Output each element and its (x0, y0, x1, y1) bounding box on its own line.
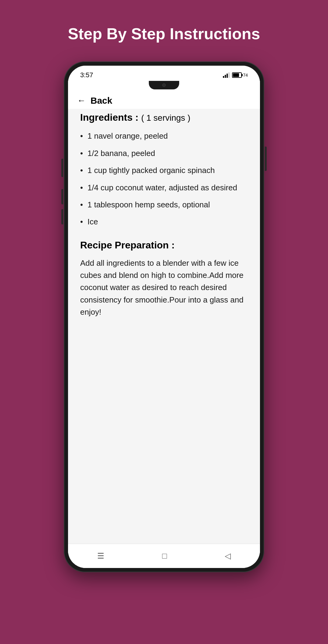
back-button[interactable]: Back (91, 95, 112, 106)
front-camera (162, 83, 166, 87)
status-icons: 74 (223, 72, 248, 78)
volume-up-button (61, 189, 63, 204)
battery-indicator: 74 (232, 72, 248, 78)
recipe-heading: Recipe Preparation : (80, 240, 248, 251)
ingredient-item: 1 navel orange, peeled (80, 130, 248, 141)
ingredients-list: 1 navel orange, peeled 1/2 banana, peele… (80, 130, 248, 227)
battery-fill (233, 73, 239, 77)
status-time: 3:57 (80, 71, 93, 79)
menu-nav-icon[interactable]: ☰ (97, 551, 104, 561)
recipe-text: Add all ingredients to a blender with a … (80, 257, 248, 318)
page-title: Step By Step Instructions (68, 24, 260, 43)
ingredient-item: 1 tablespoon hemp seeds, optional (80, 199, 248, 210)
battery-percentage: 74 (243, 73, 248, 78)
volume-down-button (61, 209, 63, 224)
ingredients-section: Ingredients : ( 1 servings ) 1 navel ora… (80, 112, 248, 227)
ingredients-heading: Ingredients : ( 1 servings ) (80, 112, 248, 123)
scroll-content[interactable]: Ingredients : ( 1 servings ) 1 navel ora… (68, 109, 260, 544)
back-arrow-icon[interactable]: ← (77, 96, 86, 106)
app-content: ← Back Ingredients : ( 1 servings ) 1 na… (68, 89, 260, 568)
status-bar: 3:57 74 (68, 66, 260, 82)
ingredient-item: 1/2 banana, peeled (80, 148, 248, 159)
ingredient-item: 1 cup tightly packed organic spinach (80, 165, 248, 176)
battery-icon (232, 72, 242, 78)
phone-screen: 3:57 74 (68, 66, 260, 568)
ingredient-item: 1/4 cup coconut water, adjusted as desir… (80, 182, 248, 193)
notch (149, 81, 179, 89)
servings-label: ( 1 servings ) (141, 113, 190, 123)
home-nav-icon[interactable]: □ (162, 551, 167, 561)
bottom-nav: ☰ □ ◁ (68, 544, 260, 568)
back-nav-icon[interactable]: ◁ (225, 551, 231, 561)
recipe-section: Recipe Preparation : Add all ingredients… (80, 240, 248, 318)
phone-frame: 3:57 74 (64, 61, 264, 572)
ingredient-item: Ice (80, 216, 248, 227)
signal-icon (223, 72, 230, 78)
notch-area (68, 81, 260, 89)
back-bar: ← Back (68, 89, 260, 109)
